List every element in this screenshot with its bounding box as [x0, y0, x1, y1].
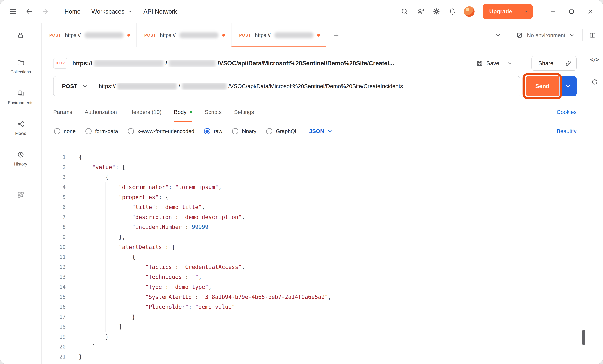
method-select[interactable]: POST — [54, 83, 95, 90]
title-url-separator: / — [165, 60, 167, 67]
code-line[interactable]: 4"discriminator": "lorem_ipsum", — [42, 182, 586, 192]
save-icon — [476, 60, 483, 67]
close-button[interactable] — [584, 5, 597, 18]
code-line[interactable]: 11{ — [42, 252, 586, 262]
radio-graphql[interactable]: GraphQL — [266, 128, 298, 134]
minimize-button[interactable] — [546, 5, 559, 18]
code-line[interactable]: 13"Techniques": "", — [42, 272, 586, 282]
code-line[interactable]: 14"Type": "demo_type", — [42, 282, 586, 292]
code-text: { — [79, 252, 135, 262]
sidebar-item-flows[interactable]: Flows — [0, 113, 41, 143]
menu-button[interactable] — [6, 5, 19, 18]
settings-button[interactable] — [430, 5, 443, 18]
tab-authorization[interactable]: Authorization — [85, 102, 117, 122]
scrollbar-thumb[interactable] — [582, 330, 585, 345]
chevron-down-icon — [523, 9, 529, 14]
request-tab-2[interactable]: POST https:// — [137, 23, 232, 47]
code-line[interactable]: 7"description": "demo_description", — [42, 212, 586, 222]
share-label: Share — [538, 60, 553, 67]
radio-binary[interactable]: binary — [232, 128, 256, 134]
radio-form-data[interactable]: form-data — [85, 128, 118, 134]
tab-body[interactable]: Body — [174, 102, 192, 122]
code-line[interactable]: 2"value": [ — [42, 162, 586, 172]
code-line[interactable]: 9}, — [42, 232, 586, 242]
indent-guide — [132, 302, 145, 312]
save-button[interactable]: Save — [474, 60, 501, 67]
radio-label: x-www-form-urlencoded — [137, 128, 194, 134]
request-tab-3-active[interactable]: POST https:// — [232, 23, 326, 47]
code-line[interactable]: 16"Placeholder": "demo_value" — [42, 302, 586, 312]
sidebar-item-environments[interactable]: Environments — [0, 82, 41, 113]
code-line[interactable]: 3{ — [42, 172, 586, 182]
code-line[interactable]: 19} — [42, 332, 586, 342]
forward-button[interactable] — [39, 5, 52, 18]
code-line[interactable]: 5"properties": { — [42, 192, 586, 202]
indent-guide — [119, 312, 132, 322]
request-tab-1[interactable]: POST https:// — [42, 23, 137, 47]
avatar[interactable] — [464, 6, 474, 17]
sidebar-lock-cell[interactable] — [0, 23, 41, 47]
environment-quick-look-button[interactable] — [586, 29, 599, 42]
url-input[interactable]: POST https:// / /VSOC/api/Data/Microsoft… — [53, 76, 520, 96]
sidebar-item-more-tools[interactable] — [0, 179, 41, 210]
code-line[interactable]: 18] — [42, 322, 586, 332]
tab-overflow-button[interactable] — [492, 29, 505, 42]
search-button[interactable] — [398, 5, 411, 18]
nav-workspaces[interactable]: Workspaces — [87, 5, 137, 19]
code-line[interactable]: 20] — [42, 342, 586, 352]
share-button[interactable]: Share — [532, 56, 560, 70]
invite-button[interactable] — [414, 5, 427, 18]
flows-icon — [17, 120, 24, 128]
tab-headers[interactable]: Headers (10) — [129, 102, 162, 122]
radio-raw-selected[interactable]: raw — [204, 128, 222, 134]
new-tab-button[interactable] — [326, 23, 346, 47]
masked-segment — [182, 83, 226, 90]
code-line[interactable]: 6"title": "demo_title", — [42, 202, 586, 212]
radio-none[interactable]: none — [54, 128, 76, 134]
code-line[interactable]: 17} — [42, 312, 586, 322]
indent-spacer — [79, 262, 92, 272]
nav-home[interactable]: Home — [61, 5, 84, 19]
indent-guide — [119, 212, 132, 222]
indent-guide — [92, 282, 105, 292]
line-number: 4 — [42, 182, 66, 192]
tab-scripts[interactable]: Scripts — [205, 102, 222, 122]
environment-selector[interactable]: No environment — [511, 32, 579, 39]
tab-settings[interactable]: Settings — [234, 102, 254, 122]
indent-guide — [92, 292, 105, 302]
url-value[interactable]: https:// / /VSOC/api/Data/Microsoft%20Se… — [95, 83, 403, 90]
indent-guide — [132, 292, 145, 302]
notifications-button[interactable] — [446, 5, 459, 18]
sidebar-item-collections[interactable]: Collections — [0, 51, 41, 82]
code-snippet-button[interactable]: </> — [590, 57, 599, 63]
save-options-button[interactable] — [505, 57, 515, 70]
body-editor[interactable]: 1{2"value": [3{4"discriminator": "lorem_… — [42, 140, 586, 364]
sidebar-item-history[interactable]: History — [0, 143, 41, 174]
indent-spacer — [79, 182, 92, 192]
cookies-link[interactable]: Cookies — [557, 109, 577, 115]
maximize-button[interactable] — [565, 5, 578, 18]
indent-guide — [105, 302, 119, 312]
plus-icon — [333, 32, 340, 39]
beautify-link[interactable]: Beautify — [557, 128, 577, 134]
code-line[interactable]: 12"Tactics": "CredentialAccess", — [42, 262, 586, 272]
send-options-button[interactable] — [559, 76, 577, 96]
indent-spacer — [79, 292, 92, 302]
code-line[interactable]: 21} — [42, 352, 586, 362]
code-line[interactable]: 8"incidentNumber": 99999 — [42, 222, 586, 232]
tab-params[interactable]: Params — [53, 102, 72, 122]
code-line[interactable]: 10"alertDetails": [ — [42, 242, 586, 252]
upgrade-button[interactable]: Upgrade — [483, 4, 533, 19]
language-select[interactable]: JSON — [309, 128, 333, 134]
radio-x-www-form-urlencoded[interactable]: x-www-form-urlencoded — [128, 128, 194, 134]
sync-button[interactable] — [591, 78, 598, 86]
code-line[interactable]: 1{ — [42, 152, 586, 162]
send-button[interactable]: Send — [526, 76, 559, 96]
back-button[interactable] — [23, 5, 36, 18]
nav-api-network[interactable]: API Network — [139, 5, 181, 19]
copy-link-button[interactable] — [560, 56, 576, 70]
panel-icon — [589, 32, 596, 39]
code-line[interactable]: 15"SystemAlertId": "3f8a1b94-b79e-4b65-b… — [42, 292, 586, 302]
upgrade-options-button[interactable] — [519, 4, 533, 19]
masked-segment — [169, 60, 216, 67]
